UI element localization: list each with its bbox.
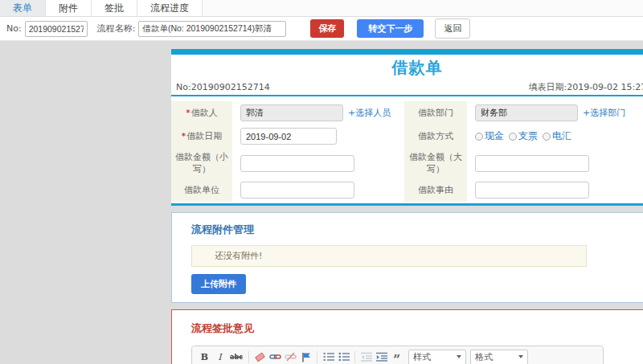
amount-lower-label: 借款金额（小写）: [171, 148, 232, 178]
borrow-reason-input[interactable]: [475, 182, 589, 198]
toolbar-separator: [317, 351, 317, 363]
bold-button[interactable]: B: [197, 350, 212, 364]
borrower-label: *借款人: [171, 101, 232, 125]
format-dropdown[interactable]: 格式: [470, 350, 528, 364]
select-person-link[interactable]: +选择人员: [348, 107, 391, 119]
amount-upper-label: 借款金额（大写）: [404, 148, 467, 178]
required-mark: *: [186, 108, 190, 118]
radio-icon: [475, 133, 483, 141]
radio-wire[interactable]: 电汇: [543, 129, 571, 143]
bulleted-list-button[interactable]: [336, 350, 351, 364]
styles-dropdown[interactable]: 样式: [408, 350, 466, 364]
borrow-reason-label: 借款事由: [404, 178, 467, 202]
attachments-heading: 流程附件管理: [191, 223, 643, 237]
approval-section: 流程签批意见 B I abc: [171, 309, 643, 364]
tab-bar: 表单 附件 签批 流程进度: [0, 0, 643, 17]
flag-icon: [301, 352, 311, 362]
chevron-down-icon: [518, 355, 523, 358]
anchor-flag-button[interactable]: [298, 350, 313, 364]
outdent-icon: [361, 352, 372, 362]
tab-approval[interactable]: 签批: [92, 0, 137, 16]
borrow-method-label: 借款方式: [404, 125, 467, 148]
loan-form-card: 借款单 No:20190902152714 填表日期:2019-09-02 15…: [171, 55, 643, 206]
borrow-unit-label: 借款单位: [171, 178, 232, 202]
upload-attachment-button[interactable]: 上传附件: [191, 274, 246, 294]
tab-form[interactable]: 表单: [0, 0, 46, 16]
radio-icon: [543, 133, 551, 141]
next-step-button[interactable]: 转交下一步: [357, 19, 424, 38]
back-button[interactable]: 返回: [435, 18, 470, 39]
doc-number: No:20190902152714: [176, 82, 270, 92]
borrower-input[interactable]: [240, 104, 343, 121]
indent-icon: [376, 352, 387, 362]
indent-button[interactable]: [374, 350, 389, 364]
radio-icon: [509, 133, 517, 141]
remove-format-button[interactable]: [252, 350, 268, 364]
format-dropdown-label: 格式: [475, 351, 493, 363]
link-button[interactable]: [268, 350, 283, 364]
attachments-section: 流程附件管理 还没有附件! 上传附件: [171, 212, 643, 303]
save-button[interactable]: 保存: [310, 19, 344, 38]
department-label: 借款部门: [404, 101, 467, 125]
borrow-date-label: *借款日期: [171, 125, 232, 148]
no-label: No:: [6, 23, 22, 34]
flow-name-label: 流程名称:: [97, 22, 136, 35]
select-department-link[interactable]: +选择部门: [583, 107, 625, 119]
tab-attachments[interactable]: 附件: [46, 0, 92, 16]
department-input[interactable]: [475, 104, 578, 121]
bulleted-list-icon: [338, 352, 350, 362]
fill-date: 填表日期:2019-09-02 15:27:1: [528, 81, 643, 93]
flow-name-input[interactable]: [138, 21, 286, 37]
radio-cash[interactable]: 现金: [475, 129, 504, 143]
toolbar-separator: [248, 351, 249, 363]
tab-process-progress[interactable]: 流程进度: [137, 0, 203, 16]
borrow-method-radio-group: 现金 支票 电汇: [475, 129, 576, 143]
numbered-list-button[interactable]: [321, 350, 336, 364]
approval-heading: 流程签批意见: [191, 321, 643, 336]
outdent-button[interactable]: [358, 350, 374, 364]
rich-text-editor: B I abc: [191, 346, 604, 364]
doc-meta-row: No:20190902152714 填表日期:2019-09-02 15:27:…: [171, 79, 643, 96]
amount-upper-input[interactable]: [475, 155, 589, 172]
numbered-list-icon: [323, 352, 334, 362]
chevron-down-icon: [457, 355, 461, 358]
blockquote-button[interactable]: ”: [389, 350, 404, 364]
editor-toolbar: B I abc: [192, 346, 603, 364]
form-grid: *借款人 +选择人员 借款部门 +选择部门 *借款日期: [171, 96, 643, 203]
required-mark: *: [182, 131, 186, 141]
panel-top-bar: [171, 49, 643, 55]
no-input[interactable]: [25, 21, 88, 37]
link-icon: [269, 352, 281, 362]
borrow-date-input[interactable]: [240, 128, 337, 145]
unlink-icon: [285, 352, 297, 362]
unlink-button[interactable]: [283, 350, 298, 364]
italic-button[interactable]: I: [212, 350, 227, 364]
eraser-icon: [255, 352, 265, 362]
main-area: 借款单 No:20190902152714 填表日期:2019-09-02 15…: [0, 41, 643, 364]
toolbar: No: 流程名称: 保存 转交下一步 返回: [0, 17, 643, 41]
amount-lower-input[interactable]: [240, 155, 354, 172]
form-panel: 借款单 No:20190902152714 填表日期:2019-09-02 15…: [171, 49, 643, 364]
toolbar-separator: [354, 351, 355, 363]
radio-check[interactable]: 支票: [509, 129, 538, 143]
strikethrough-button[interactable]: abc: [227, 350, 245, 364]
no-attachments-notice: 还没有附件!: [191, 245, 587, 267]
styles-dropdown-label: 样式: [413, 351, 431, 363]
borrow-unit-input[interactable]: [240, 182, 354, 198]
page-title: 借款单: [171, 55, 643, 79]
